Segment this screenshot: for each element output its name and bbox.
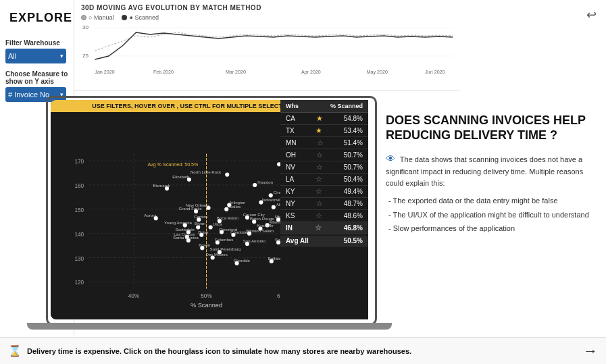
filter-value: All <box>8 52 16 60</box>
svg-text:Des Moines: Des Moines <box>205 252 227 257</box>
svg-text:Winston Salem: Winston Salem <box>246 228 274 233</box>
whs-row[interactable]: KS ☆ 48.6% <box>280 210 368 222</box>
chart-title: 30D MOVING AVG EVOLUTION BY MATCH METHOD <box>81 4 453 11</box>
svg-text:Elizabeth: Elizabeth <box>172 174 190 179</box>
svg-text:Apr 2020: Apr 2020 <box>301 70 321 75</box>
line-chart-svg: 30 25 Jan 2020 Feb 2020 Mar 2020 Apr 202… <box>81 22 453 76</box>
whs-row[interactable]: LA ☆ 50.4% <box>280 174 368 186</box>
whs-table-header: Whs % Scanned <box>280 100 368 113</box>
star-icon[interactable]: ☆ <box>315 211 322 220</box>
whs-avg-row: Avg All 50.5% <box>280 236 368 246</box>
svg-text:25: 25 <box>82 53 89 59</box>
pct-scanned-col-header: % Scanned <box>330 103 363 109</box>
filter-warehouse-dropdown[interactable]: All ▾ <box>5 49 66 63</box>
bullet-3: - Slow performances of the application <box>388 223 590 234</box>
next-arrow-icon[interactable]: → <box>583 342 598 360</box>
filter-warehouse-label: Filter Warehouse <box>5 39 68 47</box>
whs-pct: 54.8% <box>344 115 363 122</box>
svg-text:Young America: Young America <box>164 220 193 225</box>
svg-text:Columbus: Columbus <box>215 237 234 242</box>
whs-pct: 50.4% <box>344 176 363 183</box>
star-icon[interactable]: ★ <box>316 114 323 123</box>
info-body: 👁 The data shows that scanning invoices … <box>386 152 590 234</box>
whs-row[interactable]: KY ☆ 49.4% <box>280 186 368 198</box>
svg-text:Glendale: Glendale <box>233 258 250 263</box>
chart-legend: ○ Manual ● Scanned <box>81 14 453 21</box>
svg-text:Knoxville: Knoxville <box>257 223 274 228</box>
whs-name: KS <box>286 212 295 219</box>
filter-arrow-icon: ▾ <box>60 53 64 59</box>
svg-text:130: 130 <box>74 256 84 262</box>
svg-text:Utica: Utica <box>213 222 223 226</box>
whs-pct: 48.6% <box>344 212 363 219</box>
whs-table: Whs % Scanned CA ★ 54.8%TX ★ 53.4%MN ☆ 5… <box>280 100 368 319</box>
whs-name: LA <box>286 176 294 183</box>
whs-row[interactable]: OH ☆ 50.7% <box>280 149 368 161</box>
bullet-1: - The exported data or the data entry mi… <box>388 195 590 207</box>
manual-dot <box>81 15 86 20</box>
svg-text:Jan 2020: Jan 2020 <box>95 70 114 74</box>
page-title: EXPLORE <box>9 11 72 25</box>
whs-name: NV <box>286 163 295 171</box>
star-icon[interactable]: ☆ <box>316 199 323 208</box>
whs-row[interactable]: IN ☆ 46.8% <box>280 222 368 234</box>
svg-text:% Scanned: % Scanned <box>191 302 222 309</box>
info-panel: DOES SCANNING INVOICES HELP REDUCING DEL… <box>375 100 601 319</box>
whs-pct: 46.8% <box>344 224 363 232</box>
whs-name: CA <box>286 115 295 122</box>
svg-text:Canton: Canton <box>194 214 207 219</box>
whs-col-header: Whs <box>286 103 299 109</box>
explore-header: EXPLORE <box>5 8 68 27</box>
star-icon[interactable]: ☆ <box>316 163 323 172</box>
svg-text:30: 30 <box>82 24 89 30</box>
info-bullets: - The exported data or the data entry mi… <box>386 195 590 234</box>
whs-pct: 51.4% <box>344 139 363 147</box>
whs-pct: 53.4% <box>344 127 363 134</box>
whs-name: IN <box>286 224 293 232</box>
star-icon[interactable]: ☆ <box>317 138 324 147</box>
whs-pct: 48.7% <box>344 200 363 207</box>
hourglass-icon[interactable]: ⌛ <box>8 344 22 357</box>
svg-text:120: 120 <box>74 280 84 286</box>
back-button[interactable]: ↩ <box>582 5 601 24</box>
scanned-label: ● Scanned <box>129 14 158 21</box>
whs-row[interactable]: NV ☆ 50.7% <box>280 161 368 174</box>
svg-text:170: 170 <box>74 159 84 165</box>
star-icon[interactable]: ☆ <box>315 224 322 232</box>
whs-pct: 50.7% <box>344 151 363 159</box>
measure-arrow-icon: ▾ <box>60 91 64 98</box>
svg-text:Scottsdale: Scottsdale <box>175 227 195 232</box>
svg-text:Boca Raton: Boca Raton <box>217 215 239 220</box>
whs-rows: CA ★ 54.8%TX ★ 53.4%MN ☆ 51.4%OH ☆ 50.7%… <box>280 113 368 234</box>
svg-text:Jun 2020: Jun 2020 <box>425 70 445 74</box>
svg-text:Dallas: Dallas <box>229 204 241 209</box>
avg-pct: 50.5% <box>344 237 363 244</box>
scanned-dot <box>122 15 127 20</box>
svg-text:Saint Petersburg: Saint Petersburg <box>210 246 241 251</box>
legend-manual: ○ Manual <box>81 14 113 21</box>
svg-text:Avg % Scanned: 50.5%: Avg % Scanned: 50.5% <box>147 162 199 167</box>
whs-name: NY <box>286 200 295 207</box>
svg-text:Aurora: Aurora <box>144 213 157 217</box>
bullet-2: - The UI/UX of the application might be … <box>388 209 590 221</box>
star-icon[interactable]: ☆ <box>315 175 322 184</box>
whs-row[interactable]: NY ☆ 48.7% <box>280 198 368 210</box>
svg-text:Mar 2020: Mar 2020 <box>226 70 246 74</box>
star-icon[interactable]: ☆ <box>315 187 322 196</box>
legend-scanned: ● Scanned <box>122 14 158 21</box>
measure-value: # Invoice No <box>8 90 49 99</box>
whs-row[interactable]: TX ★ 53.4% <box>280 125 368 137</box>
star-icon[interactable]: ☆ <box>316 151 323 159</box>
svg-point-56 <box>272 205 276 209</box>
whs-pct: 49.4% <box>344 188 363 195</box>
svg-text:140: 140 <box>74 232 84 238</box>
svg-text:Feb 2020: Feb 2020 <box>153 70 174 74</box>
svg-text:Santa Monica: Santa Monica <box>173 235 199 240</box>
svg-text:May 2020: May 2020 <box>367 70 388 75</box>
measure-label: Choose Measure to show on Y axis <box>5 70 68 85</box>
star-icon[interactable]: ★ <box>315 126 322 135</box>
whs-row[interactable]: CA ★ 54.8% <box>280 113 368 125</box>
whs-row[interactable]: MN ☆ 51.4% <box>280 137 368 149</box>
svg-text:North Little Rock: North Little Rock <box>191 170 222 174</box>
manual-label: ○ Manual <box>89 14 113 21</box>
